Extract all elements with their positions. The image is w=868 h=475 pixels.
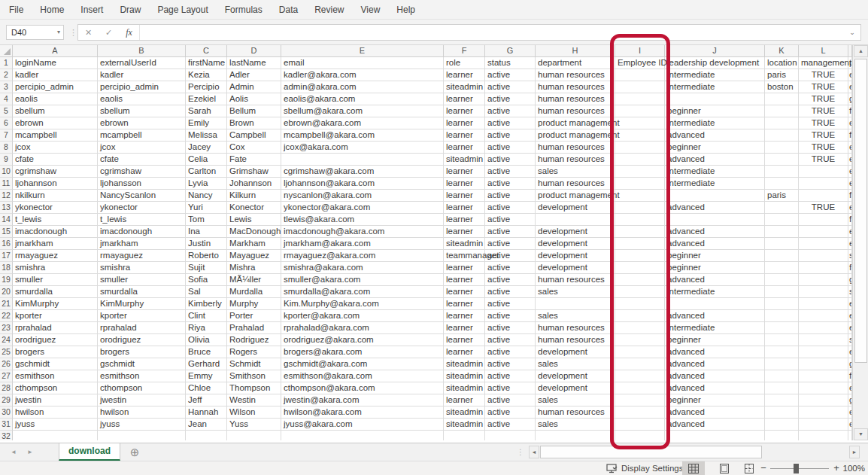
cell-D21[interactable]: Murphy xyxy=(227,298,281,310)
cell-D19[interactable]: MÃ¼ller xyxy=(227,274,281,286)
row-header-23[interactable]: 23 xyxy=(0,322,13,334)
cell-C19[interactable]: Sofia xyxy=(186,274,227,286)
cell-J11[interactable]: intermediate xyxy=(665,178,765,190)
cell-K27[interactable] xyxy=(765,370,799,382)
row-header-4[interactable]: 4 xyxy=(0,93,13,105)
cell-D10[interactable]: Grimshaw xyxy=(227,166,281,178)
cell-E17[interactable]: rmayaguez@akara.com xyxy=(281,250,444,262)
cell-F29[interactable]: learner xyxy=(444,394,485,406)
cell-K25[interactable] xyxy=(765,346,799,358)
menu-tab-draw[interactable]: Draw xyxy=(120,5,141,15)
cell-L15[interactable] xyxy=(799,226,848,238)
cell-H18[interactable]: development xyxy=(536,262,615,274)
cell-H24[interactable]: human resources xyxy=(536,334,615,346)
cell-E16[interactable]: jmarkham@akara.com xyxy=(281,238,444,250)
menu-tab-page-layout[interactable]: Page Layout xyxy=(157,5,208,15)
cell-H25[interactable]: development xyxy=(536,346,615,358)
cell-L8[interactable]: TRUE xyxy=(799,142,848,154)
cell-C30[interactable]: Hannah xyxy=(186,406,227,419)
cell-G19[interactable]: active xyxy=(485,274,536,286)
cell-C14[interactable]: Tom xyxy=(186,214,227,226)
cell-K26[interactable] xyxy=(765,358,799,370)
cell-A31[interactable]: jyuss xyxy=(13,419,98,431)
cell-E30[interactable]: hwilson@akara.com xyxy=(281,406,444,419)
cell-E21[interactable]: Kim.Murphy@akara.com xyxy=(281,298,444,310)
cell-D25[interactable]: Rogers xyxy=(227,346,281,358)
cell-D8[interactable]: Cox xyxy=(227,142,281,154)
cell-K20[interactable] xyxy=(765,286,799,298)
zoom-slider-thumb[interactable] xyxy=(794,464,799,473)
column-header-E[interactable]: E xyxy=(281,45,444,57)
cell-K28[interactable] xyxy=(765,382,799,394)
cell-A9[interactable]: cfate xyxy=(13,154,98,166)
cell-J12[interactable] xyxy=(665,190,765,202)
cell-C25[interactable]: Bruce xyxy=(186,346,227,358)
cell-A11[interactable]: ljohannson xyxy=(13,178,98,190)
cell-G3[interactable]: active xyxy=(485,81,536,93)
cell-B18[interactable]: smishra xyxy=(98,262,186,274)
cell-B28[interactable]: cthompson xyxy=(98,382,186,394)
cell-J22[interactable]: advanced xyxy=(665,310,765,322)
cell-C28[interactable]: Chloe xyxy=(186,382,227,394)
cell-F18[interactable]: learner xyxy=(444,262,485,274)
cell-K12[interactable]: paris xyxy=(765,190,799,202)
cell-A6[interactable]: ebrown xyxy=(13,117,98,129)
cell-J27[interactable]: advanced xyxy=(665,370,765,382)
cell-K24[interactable] xyxy=(765,334,799,346)
cell-I23[interactable] xyxy=(615,322,665,334)
cell-L1[interactable]: management xyxy=(799,57,848,69)
cell-K32[interactable] xyxy=(765,431,799,440)
select-all-button[interactable] xyxy=(0,45,13,57)
row-header-32[interactable]: 32 xyxy=(0,431,13,440)
chevron-down-icon[interactable]: ▾ xyxy=(57,26,60,39)
cell-J13[interactable]: advanced xyxy=(665,202,765,214)
zoom-level-label[interactable]: 100% xyxy=(839,461,865,475)
cell-H23[interactable]: human resources xyxy=(536,322,615,334)
cell-L16[interactable] xyxy=(799,238,848,250)
cell-E22[interactable]: kporter@akara.com xyxy=(281,310,444,322)
cell-B16[interactable]: jmarkham xyxy=(98,238,186,250)
cell-L21[interactable] xyxy=(799,298,848,310)
cell-B21[interactable]: KimMurphy xyxy=(98,298,186,310)
row-header-20[interactable]: 20 xyxy=(0,286,13,298)
cell-A17[interactable]: rmayaguez xyxy=(13,250,98,262)
cell-B7[interactable]: mcampbell xyxy=(98,129,186,142)
cell-A28[interactable]: cthompson xyxy=(13,382,98,394)
cell-F9[interactable]: siteadmin xyxy=(444,154,485,166)
cell-B1[interactable]: externalUserId xyxy=(98,57,186,69)
page-break-preview-button[interactable] xyxy=(738,461,760,475)
cell-J4[interactable] xyxy=(665,93,765,105)
cell-J8[interactable]: beginner xyxy=(665,142,765,154)
cell-B31[interactable]: jyuss xyxy=(98,419,186,431)
cell-L29[interactable] xyxy=(799,394,848,406)
cell-I28[interactable] xyxy=(615,382,665,394)
cell-J5[interactable]: beginner xyxy=(665,105,765,117)
cell-J30[interactable]: advanced xyxy=(665,406,765,419)
cell-H28[interactable]: development xyxy=(536,382,615,394)
cell-F21[interactable]: learner xyxy=(444,298,485,310)
cell-G31[interactable]: active xyxy=(485,419,536,431)
cell-G20[interactable]: active xyxy=(485,286,536,298)
cell-C27[interactable]: Emmy xyxy=(186,370,227,382)
column-header-K[interactable]: K xyxy=(765,45,799,57)
row-header-2[interactable]: 2 xyxy=(0,69,13,81)
scroll-up-icon[interactable]: ▲ xyxy=(854,45,868,57)
cell-A19[interactable]: smuller xyxy=(13,274,98,286)
cell-L23[interactable] xyxy=(799,322,848,334)
cell-J26[interactable]: advanced xyxy=(665,358,765,370)
cell-C29[interactable]: Jeff xyxy=(186,394,227,406)
cell-F20[interactable]: learner xyxy=(444,286,485,298)
cell-B11[interactable]: ljohansson xyxy=(98,178,186,190)
cell-L2[interactable]: TRUE xyxy=(799,69,848,81)
cell-G14[interactable]: active xyxy=(485,214,536,226)
menu-tab-file[interactable]: File xyxy=(9,5,23,15)
cell-B24[interactable]: orodriguez xyxy=(98,334,186,346)
cell-I21[interactable] xyxy=(615,298,665,310)
cell-A2[interactable]: kadler xyxy=(13,69,98,81)
cell-A29[interactable]: jwestin xyxy=(13,394,98,406)
cell-D14[interactable]: Lewis xyxy=(227,214,281,226)
cell-E1[interactable]: email xyxy=(281,57,444,69)
cell-K3[interactable]: boston xyxy=(765,81,799,93)
cell-C2[interactable]: Kezia xyxy=(186,69,227,81)
cell-L6[interactable]: TRUE xyxy=(799,117,848,129)
